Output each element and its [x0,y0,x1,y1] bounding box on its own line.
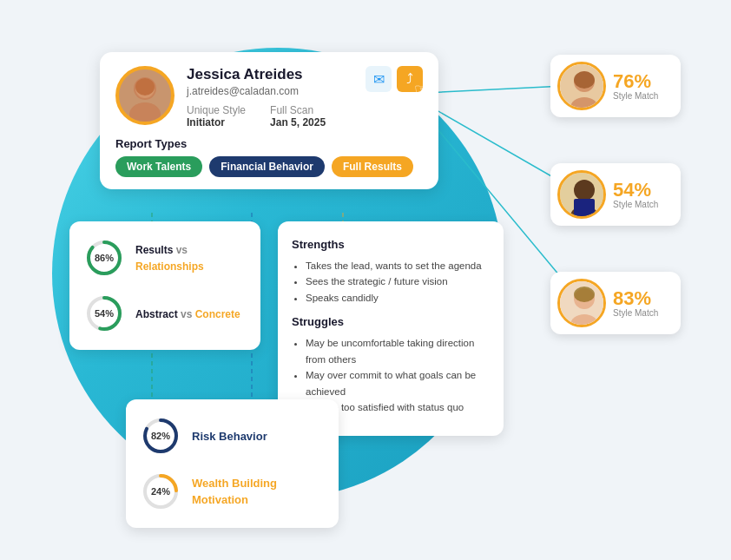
financial-panel: 82% Risk Behavior 24% Wealth Building Mo… [126,399,339,528]
full-scan-label: Full Scan [270,104,326,116]
profile-card: Jessica Atreides j.atreides@caladan.com … [100,52,438,189]
talent-row-results: 86% Results vs Relationships [83,237,247,279]
match-label-1: Style Match [613,91,658,101]
unique-style-value: Initiator [187,116,246,128]
match-avatar-image-3 [560,281,606,327]
talents-panel: 86% Results vs Relationships 54% Abstrac… [69,221,260,350]
cursor-hand: ☞ [414,80,428,99]
share-button[interactable]: ⤴ ☞ [397,66,423,92]
donut-abstract-pct: 54% [95,308,114,319]
financial-row-wealth: 24% Wealth Building Motivation [140,471,325,512]
match-info-3: 83% Style Match [613,289,658,318]
match-avatar-1 [557,62,606,110]
profile-info: Jessica Atreides j.atreides@caladan.com … [187,66,353,128]
avatar-image [119,69,171,122]
donut-risk: 82% [140,415,181,457]
match-avatar-image-2 [560,173,606,219]
match-pct-1: 76% [613,72,658,91]
match-info-2: 54% Style Match [613,181,658,209]
donut-wealth: 24% [140,471,181,512]
mail-button[interactable]: ✉ [366,66,392,92]
profile-email: j.atreides@caladan.com [187,85,353,97]
profile-name: Jessica Atreides [187,66,353,83]
struggle-item-2: May over commit to what goals can be ach… [306,367,490,399]
report-buttons: Work Talents Financial Behavior Full Res… [115,156,423,177]
strengths-list: Takes the lead, wants to set the agenda … [292,258,490,306]
match-card-3: 83% Style Match [550,272,681,334]
strengths-title: Strengths [292,235,490,254]
strength-item-1: Takes the lead, wants to set the agenda [306,258,490,273]
talent-row-abstract: 54% Abstract vs Concrete [83,293,247,334]
match-avatar-image-1 [560,64,606,110]
donut-results-pct: 86% [95,253,114,263]
strength-item-2: Sees the strategic / future vision [306,273,490,289]
match-card-2: 54% Style Match [550,163,681,226]
svg-point-29 [574,287,595,302]
svg-point-9 [135,78,155,96]
report-btn-work-talents[interactable]: Work Talents [115,156,202,177]
report-btn-full-results[interactable]: Full Results [332,156,413,177]
svg-rect-25 [574,199,595,216]
financial-row-risk: 82% Risk Behavior [140,415,325,457]
report-types-label: Report Types [115,137,423,150]
donut-wealth-pct: 24% [151,486,170,497]
donut-abstract: 54% [83,293,125,334]
talent-label-results: Results vs Relationships [135,241,247,273]
full-scan-date: Jan 5, 2025 [270,116,326,128]
svg-point-7 [129,102,161,122]
financial-label-wealth: Wealth Building Motivation [192,475,325,508]
report-btn-financial-behavior[interactable]: Financial Behavior [209,156,325,177]
match-pct-3: 83% [613,289,658,308]
match-label-2: Style Match [613,200,658,209]
match-label-3: Style Match [613,308,658,318]
svg-point-21 [574,71,595,89]
match-avatar-3 [557,279,606,327]
scene: Jessica Atreides j.atreides@caladan.com … [0,0,731,560]
profile-actions: ✉ ⤴ ☞ [366,66,423,92]
donut-risk-pct: 82% [151,431,170,441]
struggles-title: Struggles [292,313,490,332]
unique-style-label: Unique Style [187,104,246,116]
strength-item-3: Speaks candidly [306,290,490,306]
financial-label-risk: Risk Behavior [192,428,267,445]
avatar [115,66,175,125]
svg-point-23 [574,180,595,201]
match-pct-2: 54% [613,181,658,200]
match-info-1: 76% Style Match [613,72,658,101]
struggle-item-1: May be uncomfortable taking direction fr… [306,335,490,367]
donut-results: 86% [83,237,125,279]
match-card-1: 76% Style Match [550,55,681,117]
talent-label-abstract: Abstract vs Concrete [135,306,240,322]
match-avatar-2 [557,170,606,219]
profile-meta: Unique Style Initiator Full Scan Jan 5, … [187,104,353,128]
